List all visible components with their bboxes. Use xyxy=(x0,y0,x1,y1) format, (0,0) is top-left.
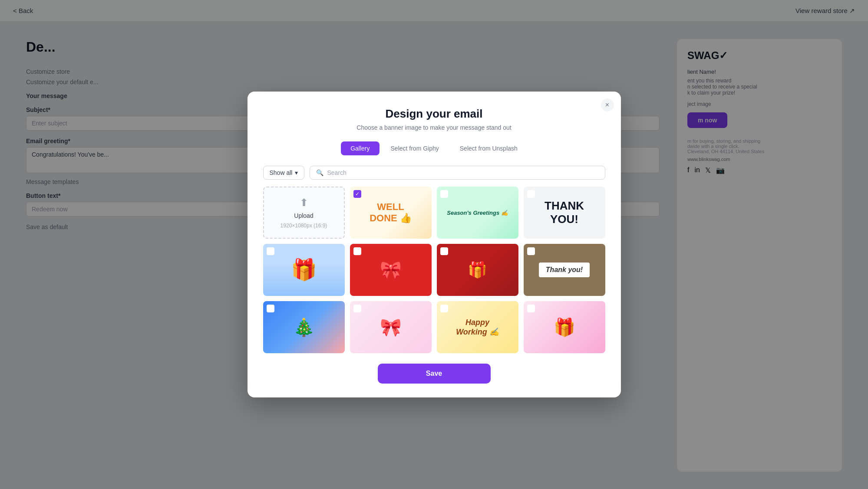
modal-subtitle: Choose a banner image to make your messa… xyxy=(263,124,605,131)
checkbox-red-wrap[interactable] xyxy=(353,247,361,255)
gallery-image-well-done[interactable]: WELLDONE 👍 ✓ xyxy=(350,187,432,239)
design-email-modal: × Design your email Choose a banner imag… xyxy=(248,92,621,397)
image-grid: ⬆ Upload 1920×1080px (16:9) WELLDONE 👍 ✓ xyxy=(263,187,605,353)
tab-giphy[interactable]: Select from Giphy xyxy=(381,141,449,155)
upload-icon: ⬆ xyxy=(300,197,308,209)
checkbox-happy-work[interactable] xyxy=(440,305,448,312)
gallery-image-red-wrap[interactable]: 🎀 xyxy=(350,244,432,296)
filter-row: Show all ▾ 🔍 Search xyxy=(263,166,605,180)
modal-overlay: × Design your email Choose a banner imag… xyxy=(0,0,868,489)
checkbox-red-gift[interactable] xyxy=(440,247,448,255)
modal-close-button[interactable]: × xyxy=(601,98,614,112)
checkbox-pink-gift[interactable] xyxy=(527,305,535,312)
gallery-image-seasons[interactable]: Season's Greetings ✍ xyxy=(437,187,518,239)
checkbox-thank-you2[interactable] xyxy=(527,247,535,255)
gallery-image-pink-wrap[interactable]: 🎀 xyxy=(350,301,432,353)
search-placeholder: Search xyxy=(327,169,346,176)
checkbox-blue-ball[interactable] xyxy=(267,305,274,312)
modal-title: Design your email xyxy=(263,107,605,121)
search-box[interactable]: 🔍 Search xyxy=(310,166,605,180)
upload-dimensions: 1920×1080px (16:9) xyxy=(281,223,327,229)
filter-dropdown[interactable]: Show all ▾ xyxy=(263,166,305,180)
gallery-image-red-gift[interactable]: 🎁 xyxy=(437,244,518,296)
upload-label: Upload xyxy=(294,212,313,219)
chevron-down-icon: ▾ xyxy=(295,169,298,176)
checkbox-thank-you[interactable] xyxy=(527,190,535,198)
save-button[interactable]: Save xyxy=(378,364,491,384)
gallery-image-blue-ball[interactable]: 🎄 xyxy=(263,301,345,353)
tab-gallery[interactable]: Gallery xyxy=(341,141,379,155)
gallery-image-pink-gift[interactable]: 🎁 xyxy=(524,301,605,353)
gallery-image-thank-you[interactable]: THANKYOU! xyxy=(524,187,605,239)
gallery-image-happy-work[interactable]: HappyWorking ✍ xyxy=(437,301,518,353)
gallery-image-blue-box[interactable]: 🎁 xyxy=(263,244,345,296)
filter-label: Show all xyxy=(270,169,293,176)
checkbox-seasons[interactable] xyxy=(440,190,448,198)
checkbox-blue-box[interactable] xyxy=(267,247,274,255)
upload-cell[interactable]: ⬆ Upload 1920×1080px (16:9) xyxy=(263,187,345,239)
tab-bar: Gallery Select from Giphy Select from Un… xyxy=(263,141,605,155)
tab-unsplash[interactable]: Select from Unsplash xyxy=(450,141,527,155)
checkbox-pink-wrap[interactable] xyxy=(353,305,361,312)
checkbox-well-done[interactable]: ✓ xyxy=(353,190,361,198)
gallery-image-thank-you2[interactable]: Thank you! xyxy=(524,244,605,296)
search-icon: 🔍 xyxy=(316,169,323,176)
